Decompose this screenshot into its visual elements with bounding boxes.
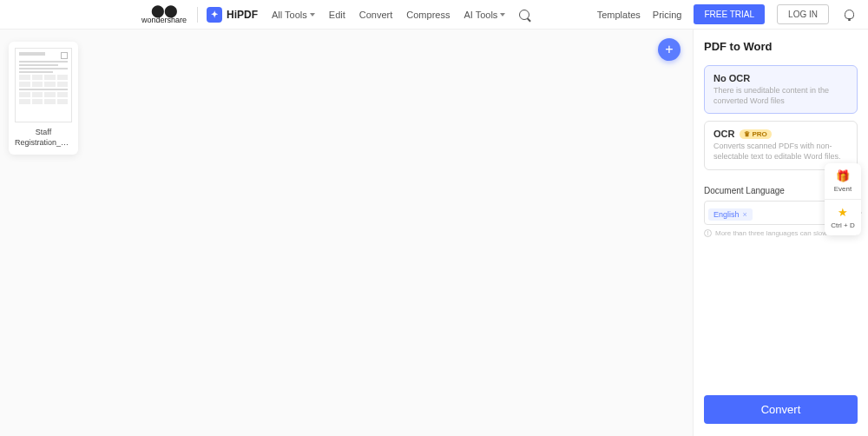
divider [197, 7, 198, 23]
floating-toolbar: 🎁 Event ★ Ctrl + D [825, 163, 861, 235]
gift-icon: 🎁 [836, 169, 850, 182]
option-title: OCR [713, 129, 734, 139]
app-badge-icon: ✦ [207, 7, 222, 23]
language-chip-label: English [713, 210, 740, 219]
workspace-canvas: Staff Registration_v2… + [0, 30, 693, 436]
nav-all-tools[interactable]: All Tools [272, 10, 315, 20]
convert-button[interactable]: Convert [704, 395, 858, 424]
main-area: Staff Registration_v2… + PDF to Word No … [0, 30, 868, 436]
chevron-down-icon [310, 13, 315, 17]
file-thumbnail-card[interactable]: Staff Registration_v2… [9, 42, 78, 155]
option-no-ocr[interactable]: No OCR There is uneditable content in th… [704, 65, 858, 114]
remove-chip-icon[interactable]: × [743, 210, 747, 219]
option-desc: There is uneditable content in the conve… [713, 86, 848, 106]
info-icon: ! [704, 229, 712, 237]
star-icon: ★ [838, 206, 848, 219]
main-nav: All Tools Edit Convert Compress AI Tools [272, 10, 529, 20]
nav-compress[interactable]: Compress [406, 10, 450, 20]
bookmark-shortcut-button[interactable]: ★ Ctrl + D [825, 199, 861, 235]
notification-bell-icon[interactable] [845, 10, 854, 19]
nav-label: AI Tools [464, 10, 497, 20]
app-logo[interactable]: ✦ HiPDF [207, 7, 258, 23]
nav-convert[interactable]: Convert [359, 10, 393, 20]
language-chip: English × [708, 208, 753, 221]
file-name-label: Staff Registration_v2… [15, 128, 72, 148]
option-title: No OCR [713, 73, 848, 83]
nav-ai-tools[interactable]: AI Tools [464, 10, 505, 20]
search-icon[interactable] [519, 10, 529, 20]
header-bar: ⬤⬤ wondershare ✦ HiPDF All Tools Edit Co… [0, 0, 868, 30]
free-trial-button[interactable]: FREE TRIAL [694, 4, 765, 24]
chevron-down-icon [500, 13, 505, 17]
log-in-button[interactable]: LOG IN [777, 4, 829, 24]
brand-glyph-icon: ⬤⬤ [151, 4, 177, 17]
plus-icon: + [665, 42, 673, 57]
brand-logo[interactable]: ⬤⬤ wondershare [141, 4, 187, 24]
brand-name: wondershare [141, 17, 187, 24]
nav-edit[interactable]: Edit [329, 10, 345, 20]
nav-templates[interactable]: Templates [597, 10, 641, 20]
pro-badge: PRO [740, 129, 771, 139]
option-desc: Converts scanned PDFs with non-selectabl… [713, 142, 848, 162]
event-button[interactable]: 🎁 Event [825, 163, 861, 199]
right-nav: Templates Pricing FREE TRIAL LOG IN [597, 4, 859, 24]
document-preview-icon [15, 48, 72, 122]
app-name: HiPDF [227, 9, 258, 21]
panel-title: PDF to Word [704, 40, 858, 53]
shortcut-label: Ctrl + D [831, 221, 854, 229]
nav-pricing[interactable]: Pricing [653, 10, 682, 20]
event-label: Event [834, 185, 852, 193]
nav-label: All Tools [272, 10, 307, 20]
add-file-button[interactable]: + [658, 38, 681, 61]
